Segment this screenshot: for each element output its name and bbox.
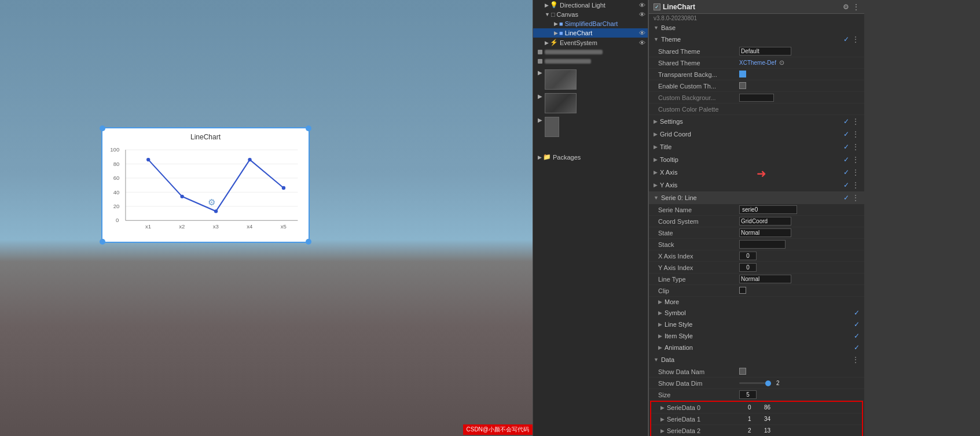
section-more[interactable]: ▶ More: [649, 297, 864, 307]
symbol-check[interactable]: ✓: [854, 309, 860, 317]
slider-value: 2: [776, 380, 780, 386]
eye-icon[interactable]: 👁: [639, 11, 645, 18]
resize-handle-br[interactable]: [306, 239, 311, 245]
resize-handle-tl[interactable]: [100, 125, 105, 131]
section-settings[interactable]: ▶ Settings ✓ ⋮: [649, 115, 864, 128]
prop-value: [739, 205, 860, 214]
serie-data-section: ▶ SerieData 0 0 86 ▶ SerieData 1 1 34 ▶ …: [650, 401, 863, 436]
hierarchy-label: LineChart: [565, 29, 593, 36]
section-menu[interactable]: ⋮: [851, 193, 860, 202]
section-serie-0[interactable]: ▼ Serie 0: Line ✓ ⋮: [649, 191, 864, 204]
link-icon[interactable]: ⊙: [779, 59, 784, 66]
hierarchy-item-canvas[interactable]: ▼ □ Canvas 👁: [533, 10, 648, 19]
y-axis-check[interactable]: ✓: [843, 181, 849, 189]
tooltip-check[interactable]: ✓: [843, 156, 849, 164]
eye-icon[interactable]: 👁: [639, 2, 645, 9]
section-arrow: ▶: [654, 131, 658, 137]
hierarchy-item-packages[interactable]: ▶ 📁 Packages: [533, 152, 648, 162]
section-menu[interactable]: ⋮: [851, 117, 860, 126]
section-line-style[interactable]: ▶ Line Style ✓: [649, 319, 864, 330]
resize-handle-tr[interactable]: [306, 125, 311, 131]
show-data-name-checkbox[interactable]: [739, 368, 746, 375]
serie-check[interactable]: ✓: [843, 194, 849, 202]
section-animation[interactable]: ▶ Animation ✓: [649, 342, 864, 353]
serie-data-value: 34: [764, 416, 770, 422]
section-data[interactable]: ▼ Data ⋮: [649, 353, 864, 366]
component-enabled-checkbox[interactable]: ✓: [654, 3, 660, 10]
section-menu[interactable]: ⋮: [851, 355, 860, 364]
stack-input[interactable]: [739, 240, 786, 249]
eye-icon[interactable]: 👁: [639, 29, 645, 36]
slider-container: 2: [739, 380, 860, 386]
section-menu[interactable]: ⋮: [851, 35, 860, 44]
size-input[interactable]: [739, 390, 757, 399]
svg-text:0: 0: [116, 217, 119, 223]
section-symbol[interactable]: ▶ Symbol ✓: [649, 307, 864, 319]
context-menu-icon[interactable]: ⋮: [853, 3, 860, 11]
title-check[interactable]: ✓: [843, 143, 849, 151]
animation-check[interactable]: ✓: [854, 343, 860, 352]
prop-transparent-bg: Transparent Backg...: [649, 69, 864, 80]
section-y-axis[interactable]: ▶ Y Axis ✓ ⋮: [649, 179, 864, 191]
section-arrow: ▼: [654, 195, 659, 201]
slider-thumb[interactable]: [765, 380, 771, 386]
line-style-check[interactable]: ✓: [854, 320, 860, 328]
hierarchy-item-directional-light[interactable]: ▶ 💡 Directional Light 👁: [533, 0, 648, 10]
line-type-dropdown[interactable]: Normal: [739, 275, 791, 283]
section-base[interactable]: ▼ Base: [649, 23, 864, 33]
serie-name-input[interactable]: [739, 205, 797, 214]
clip-checkbox[interactable]: [739, 287, 746, 294]
theme-enabled-check[interactable]: ✓: [843, 35, 849, 43]
section-item-style[interactable]: ▶ Item Style ✓: [649, 330, 864, 342]
section-label: X Axis: [660, 169, 678, 176]
coord-system-dropdown[interactable]: GridCoord: [739, 217, 791, 226]
item-style-check[interactable]: ✓: [854, 332, 860, 340]
hierarchy-item-eventsystem[interactable]: ▶ ⚡ EventSystem 👁: [533, 38, 648, 47]
hierarchy-item-linechart[interactable]: ▶ ■ LineChart 👁: [533, 28, 648, 38]
hierarchy-item-simplifiedbarchart[interactable]: ▶ ■ SimplifiedBarChart: [533, 19, 648, 28]
prop-label: Custom Color Palette: [658, 106, 739, 113]
resize-handle-bl[interactable]: [100, 239, 105, 245]
state-dropdown[interactable]: Normal: [739, 228, 791, 237]
section-grid-coord[interactable]: ▶ Grid Coord ✓ ⋮: [649, 128, 864, 141]
section-arrow: ▶: [658, 322, 662, 327]
section-arrow: ▶: [658, 310, 662, 316]
section-menu[interactable]: ⋮: [851, 168, 860, 177]
section-menu[interactable]: ⋮: [851, 155, 860, 164]
prop-size: Size: [649, 389, 864, 401]
serie-data-row-0: ▶ SerieData 0 0 86: [651, 402, 862, 413]
settings-check[interactable]: ✓: [843, 117, 849, 125]
shared-theme-dropdown[interactable]: Default: [739, 47, 791, 56]
section-x-axis[interactable]: ▶ X Axis ✓ ⋮: [649, 166, 864, 179]
slider-track[interactable]: [739, 382, 768, 384]
section-menu[interactable]: ⋮: [851, 130, 860, 139]
expand-arrow: ▶: [554, 21, 558, 27]
chart-widget[interactable]: LineChart 100 80 60 40 20 0 x: [101, 127, 310, 243]
section-tooltip[interactable]: ▶ Tooltip ✓ ⋮: [649, 153, 864, 166]
grid-check[interactable]: ✓: [843, 130, 849, 138]
row-arrow: ▶: [660, 405, 665, 411]
section-menu[interactable]: ⋮: [851, 180, 860, 190]
section-theme[interactable]: ▼ Theme ✓ ⋮: [649, 33, 864, 46]
color-swatch[interactable]: [739, 94, 774, 102]
settings-icon[interactable]: ⚙: [843, 3, 849, 11]
x-axis-index-input[interactable]: [739, 252, 757, 260]
svg-text:20: 20: [113, 203, 120, 209]
scene-viewport: LineChart 100 80 60 40 20 0 x: [0, 0, 533, 436]
enable-custom-checkbox[interactable]: [739, 82, 746, 89]
expand-arrow: ▼: [545, 12, 550, 17]
svg-point-21: [214, 209, 218, 213]
y-axis-index-input[interactable]: [739, 263, 757, 272]
expand-arrow: ▶: [545, 2, 549, 8]
section-label: Tooltip: [660, 156, 678, 163]
eye-icon[interactable]: 👁: [639, 39, 645, 46]
section-title[interactable]: ▶ Title ✓ ⋮: [649, 141, 864, 153]
transparent-bg-checkbox[interactable]: [739, 71, 746, 77]
x-axis-check[interactable]: ✓: [843, 168, 849, 176]
section-menu[interactable]: ⋮: [851, 142, 860, 152]
prop-label: Y Axis Index: [658, 264, 739, 271]
serie-data-index: 0: [748, 404, 759, 411]
theme-reference[interactable]: XCTheme-Def: [739, 60, 776, 66]
prop-value: XCTheme-Def ⊙: [739, 59, 860, 66]
prop-label: State: [658, 230, 739, 237]
